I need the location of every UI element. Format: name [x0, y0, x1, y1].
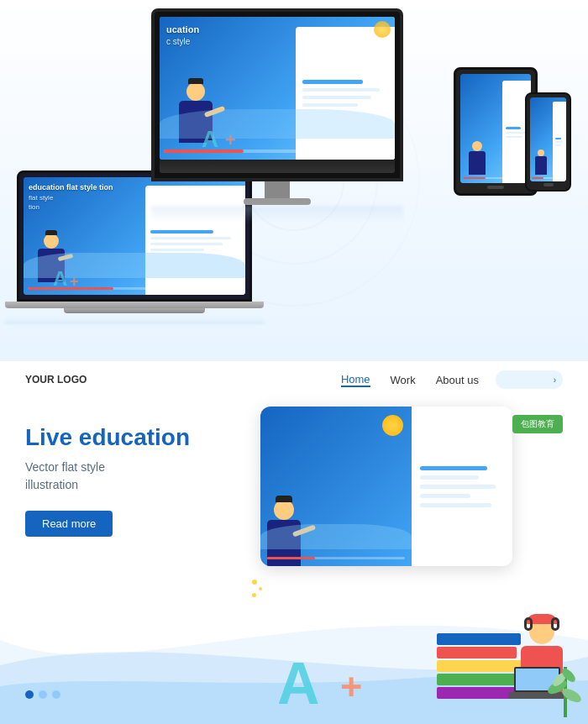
dot-2[interactable] — [39, 690, 47, 699]
laptop-label-line1: education flat style tion — [29, 182, 113, 193]
laptop-label-line3: tion — [29, 202, 113, 212]
nav-search-bar[interactable]: › — [496, 370, 563, 389]
video-player-mockup — [260, 407, 512, 566]
main-title: Live education — [25, 423, 210, 452]
subtitle-line2: illustration — [25, 478, 78, 491]
laptop-base — [5, 302, 264, 308]
bottom-section: YOUR LOGO Home Work About us › Live educ… — [0, 361, 588, 724]
video-line-4 — [420, 494, 470, 498]
phone-mockup — [525, 92, 571, 191]
left-content: Live education Vector flat style illustr… — [25, 423, 210, 537]
desktop-label-2: c style — [166, 36, 199, 48]
search-arrow-icon: › — [554, 375, 556, 385]
desktop-mockup: ucation c style A + — [151, 8, 403, 223]
dots-navigation — [25, 690, 60, 699]
bottom-main: Live education Vector flat style illustr… — [0, 398, 588, 724]
desktop-screen: ucation c style A + — [160, 17, 395, 160]
sparks-decoration — [252, 577, 262, 600]
video-line-5 — [420, 503, 491, 507]
phone-screen — [530, 97, 566, 181]
video-line-1 — [420, 466, 487, 470]
logo: YOUR LOGO — [25, 374, 87, 386]
laptop-label-line2: flat style — [29, 193, 113, 202]
top-section: education flat style tion flat style tio… — [0, 0, 588, 361]
dot-3[interactable] — [52, 690, 60, 699]
big-letter-a: A — [277, 650, 320, 717]
nav-work[interactable]: Work — [391, 374, 416, 386]
nav-about[interactable]: About us — [436, 374, 479, 386]
laptop-stand — [64, 308, 205, 313]
nav-home[interactable]: Home — [341, 373, 370, 387]
dot-1[interactable] — [25, 690, 34, 699]
nav-links: Home Work About us — [341, 373, 479, 387]
tablet-screen — [460, 74, 531, 183]
plus-sign: + — [340, 665, 362, 709]
plant-decoration — [564, 667, 567, 717]
illustration-area: 包图教育 — [244, 407, 571, 724]
video-line-3 — [420, 485, 496, 489]
video-line-2 — [420, 475, 479, 480]
nav-bar: YOUR LOGO Home Work About us › — [0, 361, 588, 398]
desktop-label-1: ucation — [166, 24, 199, 36]
sub-title: Vector flat style illustration — [25, 459, 210, 494]
subtitle-line1: Vector flat style — [25, 460, 105, 474]
edu-badge: 包图教育 — [512, 415, 563, 433]
read-more-button[interactable]: Read more — [25, 511, 113, 537]
